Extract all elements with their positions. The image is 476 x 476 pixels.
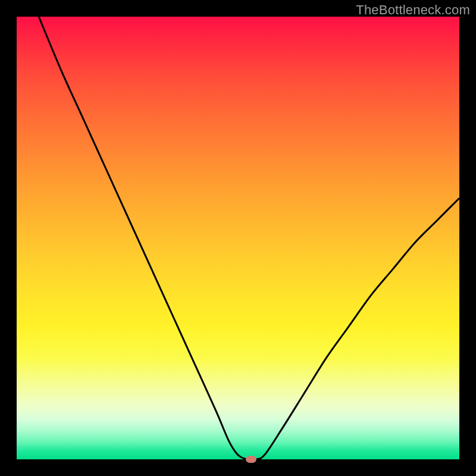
optimal-point-marker [246,456,256,463]
chart-frame: TheBottleneck.com [0,0,476,476]
plot-area [17,17,459,459]
watermark-label: TheBottleneck.com [356,2,470,18]
bottleneck-curve [17,17,459,459]
